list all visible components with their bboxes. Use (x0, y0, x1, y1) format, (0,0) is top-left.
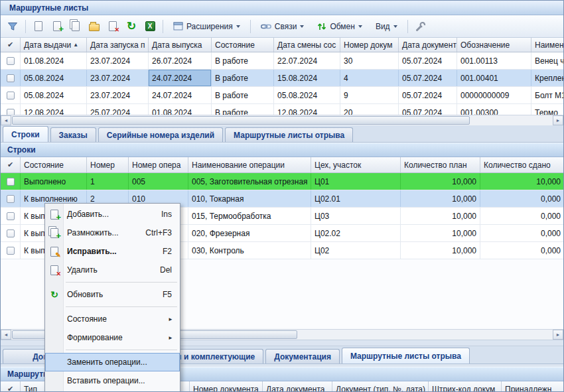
top-grid-hscrollbar[interactable]: ◄ ► (1, 115, 563, 125)
grid-cell[interactable]: 0,000 (480, 190, 563, 207)
duplicate-doc-button[interactable] (67, 19, 84, 34)
grid-cell[interactable]: 01.08.2024 (21, 52, 87, 69)
column-header[interactable]: Принадлежн (502, 381, 563, 392)
grid-cell[interactable]: Венец ч (531, 52, 563, 69)
grid-cell[interactable]: 23.07.2024 (87, 52, 149, 69)
grid-cell[interactable]: 10,000 (401, 225, 480, 241)
grid-cell[interactable]: 005 (129, 173, 188, 190)
scroll-left-icon[interactable]: ◄ (1, 330, 11, 340)
column-header[interactable]: Штрих-код докум (429, 381, 502, 392)
row-checkbox[interactable] (7, 195, 15, 203)
grid-cell[interactable]: Ц02 (311, 242, 401, 259)
grid-cell[interactable]: В работе (212, 52, 274, 69)
grid-cell[interactable]: Выполнено (21, 173, 87, 190)
grid-cell[interactable]: 10,000 (401, 208, 480, 224)
column-header[interactable]: Номер докум (340, 38, 399, 52)
row-checkbox[interactable] (7, 229, 15, 237)
grid-cell[interactable]: 05.07.2024 (399, 52, 457, 69)
checkbox-cell[interactable] (1, 70, 21, 86)
column-header[interactable]: Номер опера (129, 157, 188, 172)
select-all-header[interactable]: ✔ (1, 38, 21, 52)
grid-cell[interactable]: 9 (340, 87, 399, 103)
checkbox-cell[interactable] (1, 87, 21, 103)
checkbox-cell[interactable] (1, 208, 21, 224)
menu-item[interactable]: УдалитьDel (45, 261, 180, 279)
grid-cell[interactable]: 001.00113 (457, 52, 531, 69)
select-all-header[interactable]: ✔ (1, 381, 21, 392)
table-row[interactable]: 12.08.202425.07.202401.08.2024В работе12… (1, 104, 563, 115)
grid-cell[interactable]: 05.08.2024 (21, 87, 87, 103)
grid-cell[interactable]: Ц03 (311, 208, 401, 224)
grid-cell[interactable]: 001.00300 (457, 104, 531, 115)
grid-cell[interactable]: 10,000 (401, 190, 480, 207)
grid-cell[interactable]: Ц01 (311, 173, 401, 190)
column-header[interactable]: Наимен (531, 38, 563, 52)
menu-item[interactable]: ↻ОбновитьF5 (45, 285, 180, 304)
grid-cell[interactable]: 001.00401 (457, 70, 531, 86)
row-checkbox[interactable] (7, 178, 15, 186)
links-dropdown[interactable]: Связи (255, 19, 311, 34)
grid-cell[interactable]: 05.07.2024 (399, 87, 457, 103)
menu-item[interactable]: Добавить...Ins (45, 205, 180, 224)
scroll-right-icon[interactable]: ► (553, 330, 563, 340)
delete-doc-button[interactable] (104, 19, 121, 34)
grid-cell[interactable]: 25.07.2024 (87, 104, 149, 115)
column-header[interactable]: Номер документа (190, 381, 263, 392)
grid-cell[interactable]: 4 (340, 70, 399, 86)
refresh-button[interactable]: ↻ (123, 19, 140, 34)
grid-cell[interactable]: В работе (212, 104, 274, 115)
grid-cell[interactable]: 0,000 (480, 225, 563, 241)
grid-cell[interactable]: 00000000009 (457, 87, 531, 103)
grid-cell[interactable]: 0,000 (480, 208, 563, 224)
grid-cell[interactable]: В работе (212, 70, 274, 86)
column-header[interactable]: Дата выпуска (149, 38, 212, 52)
checkbox-cell[interactable] (1, 52, 21, 69)
menu-item[interactable]: Заменить операции... (45, 353, 180, 371)
grid-cell[interactable]: 020, Фрезерная (188, 225, 311, 241)
grid-cell[interactable]: 10,000 (401, 242, 480, 259)
grid-cell[interactable]: 05.07.2024 (399, 70, 457, 86)
new-doc-button[interactable] (30, 19, 47, 34)
grid-cell[interactable]: 01.08.2024 (149, 104, 212, 115)
column-header[interactable]: Дата смены сос (274, 38, 340, 52)
table-row[interactable]: Выполнено1005005, Заготовительная отрезн… (1, 173, 563, 190)
grid-cell[interactable]: 010, Токарная (188, 190, 311, 207)
filter-button[interactable] (4, 19, 21, 34)
grid-cell[interactable]: Болт М1 (531, 87, 563, 103)
grid-cell[interactable]: Ц02.02 (311, 225, 401, 241)
scrollbar-track[interactable] (298, 330, 553, 340)
open-folder-button[interactable] (86, 19, 103, 34)
grid-cell[interactable]: 1 (87, 173, 129, 190)
column-header[interactable]: Цех, участок (311, 157, 401, 172)
select-all-header[interactable]: ✔ (1, 157, 21, 172)
column-header[interactable]: Наименование операции (188, 157, 311, 172)
column-header[interactable]: Документ (тип, №, дата) (332, 381, 429, 392)
row-checkbox[interactable] (7, 212, 15, 220)
grid-cell[interactable]: 12.08.2024 (274, 104, 340, 115)
menu-item[interactable]: Вставить операции... (45, 371, 180, 390)
grid-cell[interactable]: 12.08.2024 (21, 104, 87, 115)
grid-cell[interactable]: 015, Термообработка (188, 208, 311, 224)
scroll-left-icon[interactable]: ◄ (1, 115, 11, 125)
table-row[interactable]: 01.08.202423.07.202426.07.2024В работе22… (1, 52, 563, 70)
grid-cell[interactable]: 05.08.2024 (21, 70, 87, 86)
grid-cell[interactable]: 005, Заготовительная отрезная (188, 173, 311, 190)
table-row[interactable]: 05.08.202423.07.202424.07.2024В работе15… (1, 70, 563, 87)
tab[interactable]: Серийные номера изделий (98, 127, 223, 142)
excel-export-button[interactable]: X (141, 19, 159, 34)
grid-cell[interactable]: 24.07.2024 (149, 87, 212, 103)
view-dropdown[interactable]: Вид (370, 19, 403, 34)
grid-cell[interactable]: 23.07.2024 (87, 70, 149, 86)
row-checkbox[interactable] (7, 247, 15, 255)
grid-cell[interactable]: Ц02.01 (311, 190, 401, 207)
grid-cell[interactable]: 23.07.2024 (87, 87, 149, 103)
grid-cell[interactable]: 05.08.2024 (274, 87, 340, 103)
menu-item[interactable]: Формирование► (45, 328, 180, 347)
checkbox-cell[interactable] (1, 225, 21, 241)
grid-cell[interactable]: 26.07.2024 (149, 52, 212, 69)
column-header[interactable]: Состояние (212, 38, 274, 52)
grid-cell[interactable]: В работе (212, 87, 274, 103)
table-row[interactable]: 05.08.202423.07.202424.07.2024В работе05… (1, 87, 563, 104)
menu-item[interactable]: Размножить...Ctrl+F3 (45, 224, 180, 242)
grid-cell[interactable]: 15.08.2024 (274, 70, 340, 86)
